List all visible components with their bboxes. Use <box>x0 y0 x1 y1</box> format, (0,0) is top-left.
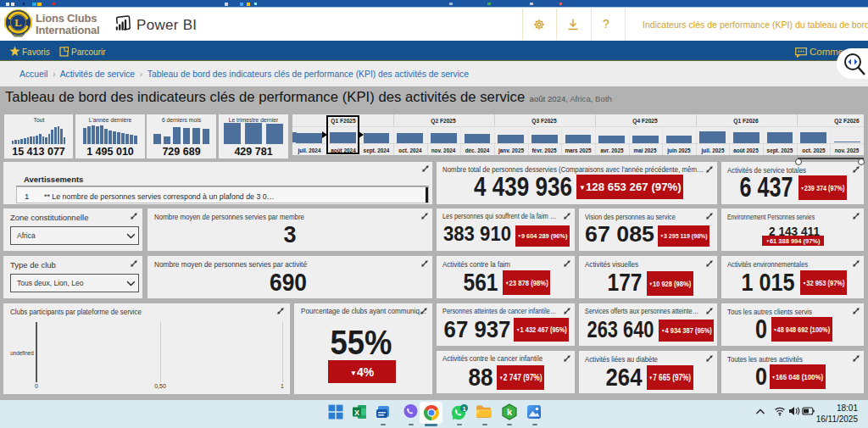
svg-text:L: L <box>14 17 21 29</box>
svg-text:k: k <box>507 407 513 417</box>
svg-text:1: 1 <box>462 405 465 413</box>
svg-text:X: X <box>354 409 359 417</box>
